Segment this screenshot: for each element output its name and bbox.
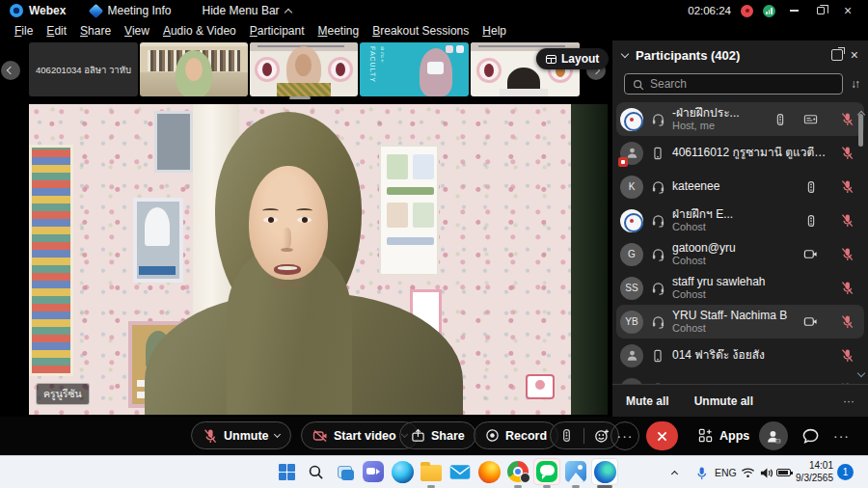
participant-row[interactable]: G gatoon@yru Cohost — [612, 237, 868, 271]
mic-muted-icon[interactable] — [840, 179, 854, 194]
unmute-button[interactable]: Unmute — [191, 421, 291, 449]
close-panel-icon[interactable]: × — [851, 49, 858, 61]
hide-menu-bar-label: Hide Menu Bar — [203, 4, 280, 17]
menu-help[interactable]: Help — [475, 24, 513, 38]
menu-view[interactable]: View — [118, 24, 156, 38]
headset-icon — [650, 281, 665, 295]
line-button[interactable] — [533, 458, 560, 485]
headset-icon — [650, 247, 665, 261]
mic-muted-icon[interactable] — [840, 112, 854, 126]
reactions-icon[interactable] — [594, 428, 610, 444]
wifi-icon[interactable] — [741, 456, 755, 488]
menu-file[interactable]: File — [8, 24, 40, 38]
taskbar-search-button[interactable] — [302, 458, 329, 485]
participant-row[interactable]: YB YRU Staff- Nachima B Cohost — [616, 305, 864, 339]
filmstrip-thumbnail-video[interactable] — [250, 42, 358, 96]
apps-button[interactable]: Apps — [698, 421, 749, 449]
mic-muted-icon[interactable] — [840, 146, 854, 160]
participant-row[interactable]: 014 ฟาริด๊ะ ง้อยสัง — [612, 339, 868, 372]
scroll-down-icon[interactable] — [858, 365, 864, 382]
participants-more-button[interactable]: ··· — [843, 394, 854, 408]
participant-name: staff yru sawlehah — [672, 276, 827, 288]
participant-row[interactable]: ฝ่ายฝึกฯ E... Cohost — [612, 203, 868, 237]
mute-all-button[interactable]: Mute all — [626, 394, 669, 408]
unmute-label: Unmute — [224, 429, 269, 443]
share-button[interactable]: Share — [399, 421, 476, 449]
file-explorer-button[interactable] — [418, 458, 445, 485]
participants-toggle-button[interactable] — [759, 421, 788, 450]
organization-avatar — [620, 209, 643, 232]
mic-muted-icon[interactable] — [840, 348, 854, 363]
taskbar-clock[interactable]: 14:01 9/3/2565 — [791, 459, 833, 484]
photos-button[interactable] — [562, 458, 589, 485]
scrollbar-thumb[interactable] — [858, 114, 863, 147]
participant-row[interactable]: 406116012 กูรูซามานี ตูแวตีมุง — [612, 136, 868, 170]
popout-panel-icon[interactable] — [831, 49, 843, 61]
menu-audio-video[interactable]: Audio & Video — [156, 24, 243, 38]
control-bar: Unmute Start video Share Record ··· Apps — [0, 417, 868, 455]
notification-count-badge[interactable]: 1 — [837, 464, 854, 480]
battery-icon[interactable] — [776, 456, 791, 488]
mail-button[interactable] — [447, 458, 474, 485]
close-button[interactable]: × — [839, 3, 856, 18]
headset-icon — [650, 213, 665, 228]
meeting-info-button[interactable]: Meeting Info — [91, 4, 171, 17]
participant-row[interactable]: K kateenee — [612, 170, 868, 203]
webex-logo-icon — [10, 4, 23, 17]
share-screen-icon — [411, 428, 425, 443]
layout-button[interactable]: Layout — [536, 48, 609, 69]
tray-expand-button[interactable] — [672, 456, 677, 488]
menu-edit[interactable]: Edit — [40, 24, 73, 38]
wall-decoration — [526, 374, 555, 399]
menu-participant[interactable]: Participant — [243, 24, 312, 38]
chrome-icon — [507, 461, 529, 482]
more-options-button[interactable]: ··· — [610, 421, 639, 450]
language-indicator[interactable]: ENG — [715, 456, 737, 488]
guest-avatar — [620, 142, 643, 165]
edge-button[interactable] — [389, 458, 416, 485]
more-panels-button[interactable]: ··· — [833, 421, 850, 449]
participant-name: ฝ่ายฝึกฯ E... — [672, 208, 798, 221]
task-view-button[interactable] — [331, 458, 358, 485]
filmstrip-thumbnail-video[interactable] — [140, 42, 248, 96]
participant-name: kateenee — [672, 180, 798, 193]
participant-role: Host, me — [672, 120, 767, 131]
record-button[interactable]: Record — [474, 421, 558, 449]
start-button[interactable] — [273, 458, 300, 485]
panel-collapse-icon[interactable] — [621, 50, 629, 58]
participants-scrollbar[interactable] — [856, 102, 866, 384]
menu-share[interactable]: Share — [73, 24, 118, 38]
chat-bubble-icon — [801, 427, 820, 446]
participant-row[interactable]: -ฝ่ายฝึกประ... Host, me — [616, 102, 864, 136]
main-stage: ครูนูรีซัน — [0, 100, 612, 417]
mic-muted-icon[interactable] — [840, 281, 854, 295]
participant-row[interactable] — [612, 372, 868, 384]
menu-meeting[interactable]: Meeting — [312, 24, 366, 38]
unmute-all-button[interactable]: Unmute all — [694, 394, 753, 408]
teams-chat-button[interactable] — [360, 458, 387, 485]
hide-menu-bar-button[interactable]: Hide Menu Bar — [203, 4, 291, 17]
assistant-icon[interactable] — [559, 428, 574, 443]
chrome-button[interactable] — [504, 458, 531, 485]
mic-muted-icon[interactable] — [840, 247, 854, 261]
filmstrip-thumbnail-video[interactable]: FACULTY OF EDUCATION คณะครุศาสตร์ — [360, 42, 469, 96]
recorder-icon — [804, 180, 818, 194]
mic-muted-icon[interactable] — [840, 213, 854, 228]
tray-mic-in-use-icon[interactable] — [694, 456, 709, 488]
filmstrip-thumbnail-self[interactable]: 406201034 อลิษา วาหับ — [29, 42, 138, 96]
filmstrip-prev-button[interactable] — [1, 61, 20, 80]
firefox-button[interactable] — [475, 458, 502, 485]
leave-meeting-button[interactable] — [646, 421, 678, 450]
layout-button-label: Layout — [561, 52, 599, 66]
menu-breakout-sessions[interactable]: Breakout Sessions — [366, 24, 475, 38]
sort-participants-icon[interactable]: ↓↑ — [851, 77, 858, 91]
mic-muted-icon[interactable] — [840, 314, 854, 329]
self-participant-label: 406201034 อลิษา วาหับ — [32, 63, 135, 77]
webex-taskbar-button[interactable] — [591, 458, 618, 485]
volume-icon[interactable] — [759, 456, 773, 488]
minimize-button[interactable] — [785, 3, 802, 18]
organization-avatar — [620, 108, 643, 131]
participant-search-input[interactable] — [624, 73, 843, 95]
restore-button[interactable] — [812, 3, 829, 18]
participant-row[interactable]: SS staff yru sawlehah Cohost — [612, 271, 868, 305]
